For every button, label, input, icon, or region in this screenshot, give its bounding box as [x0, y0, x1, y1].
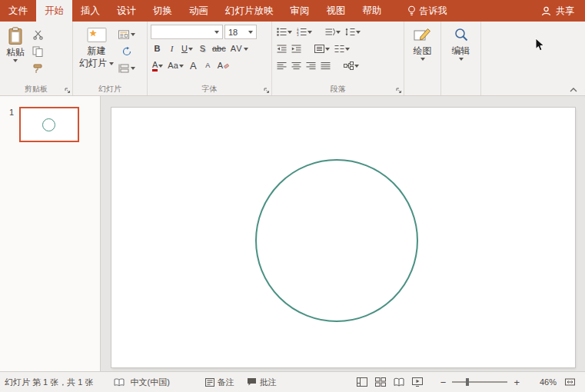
bullets-button[interactable]	[275, 25, 294, 39]
justify-icon	[321, 61, 331, 70]
slideshow-view-button[interactable]	[408, 377, 427, 387]
increase-font-label: A	[190, 61, 197, 71]
share-button[interactable]: 共享	[530, 0, 585, 22]
font-dialog-launcher[interactable]	[264, 88, 270, 94]
zoom-slider[interactable]	[452, 381, 507, 383]
circle-shape[interactable]	[255, 159, 418, 322]
editing-button[interactable]: 编辑	[444, 25, 477, 61]
font-size-value: 18	[228, 28, 238, 37]
paragraph-group-label: 段落	[272, 84, 404, 95]
reset-slide-button[interactable]	[118, 45, 135, 58]
slide-editing-area	[101, 96, 585, 371]
align-left-button[interactable]	[275, 58, 288, 73]
tab-animations[interactable]: 动画	[181, 0, 217, 22]
tab-slideshow[interactable]: 幻灯片放映	[217, 0, 282, 22]
lightbulb-icon	[407, 5, 416, 16]
increase-indent-button[interactable]	[290, 42, 303, 56]
text-shadow-button[interactable]: S	[196, 42, 209, 56]
fit-window-icon	[565, 377, 575, 387]
drawing-label: 绘图	[414, 45, 432, 56]
tab-insert[interactable]: 插入	[72, 0, 108, 22]
shadow-label: S	[200, 45, 205, 53]
tab-design[interactable]: 设计	[108, 0, 145, 22]
collapse-ribbon-button[interactable]	[570, 88, 577, 92]
strikethrough-button[interactable]: abc	[211, 42, 228, 56]
collapse-ribbon-icon	[570, 88, 577, 92]
person-icon	[541, 6, 551, 16]
format-painter-button[interactable]	[29, 61, 46, 75]
paste-button[interactable]: 粘贴	[3, 25, 28, 62]
slide-sorter-view-button[interactable]	[371, 377, 390, 387]
strikethrough-label: abc	[212, 45, 226, 53]
tab-help[interactable]: 帮助	[354, 0, 391, 22]
proofing-button[interactable]	[114, 378, 125, 387]
align-right-button[interactable]	[304, 58, 317, 73]
tab-file[interactable]: 文件	[0, 0, 36, 22]
language-indicator[interactable]: 中文(中国)	[131, 377, 170, 388]
line-spacing-button[interactable]	[344, 25, 362, 39]
copy-icon	[32, 46, 43, 57]
zoom-in-button[interactable]: +	[510, 377, 523, 388]
text-direction-button[interactable]	[324, 25, 342, 39]
zoom-slider-thumb[interactable]	[466, 378, 469, 386]
numbering-button[interactable]: 123	[295, 25, 314, 39]
caret-down-icon	[188, 48, 193, 51]
paragraph-dialog-launcher[interactable]	[396, 88, 402, 94]
smartart-button[interactable]	[342, 58, 361, 73]
slides-group: 新建 幻灯片	[73, 22, 148, 95]
section-icon	[118, 64, 129, 73]
decrease-indent-button[interactable]	[275, 42, 288, 56]
decrease-font-button[interactable]: A	[201, 58, 214, 73]
slide-thumbnail-1[interactable]	[19, 107, 79, 142]
align-center-button[interactable]	[290, 58, 303, 73]
tab-view[interactable]: 视图	[318, 0, 354, 22]
increase-font-button[interactable]: A	[187, 58, 200, 73]
reading-view-button[interactable]	[390, 377, 408, 387]
zoom-out-button[interactable]: −	[437, 377, 450, 388]
normal-view-button[interactable]	[353, 377, 371, 387]
font-name-select[interactable]	[151, 25, 223, 39]
copy-button[interactable]	[29, 45, 46, 58]
slide-thumbnail-panel: 1	[0, 96, 101, 371]
tab-transitions[interactable]: 切换	[145, 0, 181, 22]
drawing-button[interactable]: 绘图	[407, 25, 437, 61]
caret-down-icon	[248, 31, 253, 34]
font-size-select[interactable]: 18	[224, 25, 257, 39]
fit-to-window-button[interactable]	[561, 377, 579, 387]
proofing-icon	[114, 378, 125, 387]
zoom-level[interactable]: 46%	[529, 377, 557, 387]
columns-button[interactable]	[333, 42, 351, 56]
italic-button[interactable]: I	[165, 42, 178, 56]
tell-me-label: 告诉我	[420, 5, 447, 18]
clipboard-group: 粘贴 剪贴板	[0, 22, 73, 95]
slide-sorter-icon	[375, 377, 386, 387]
notes-toggle[interactable]: 备注	[205, 377, 234, 388]
comments-toggle[interactable]: 批注	[247, 377, 277, 388]
section-button[interactable]	[118, 61, 135, 75]
reading-view-icon	[394, 377, 404, 387]
scissors-icon	[33, 30, 43, 40]
clear-formatting-button[interactable]: A	[216, 58, 231, 73]
tab-home[interactable]: 开始	[36, 0, 72, 22]
clipboard-dialog-launcher[interactable]	[65, 88, 71, 94]
caret-down-icon	[356, 31, 361, 34]
font-color-button[interactable]: A	[151, 58, 165, 73]
align-text-icon	[314, 45, 324, 53]
align-text-button[interactable]	[313, 42, 331, 56]
font-group: 18 B I U S abc AV A Aa A A A 字体	[148, 22, 272, 95]
thumbnail-circle-shape	[42, 118, 55, 131]
change-case-button[interactable]: Aa	[166, 58, 184, 73]
new-slide-button[interactable]: 新建 幻灯片	[76, 25, 117, 69]
caret-down-icon	[109, 62, 114, 65]
justify-button[interactable]	[319, 58, 332, 73]
slide-canvas[interactable]	[111, 108, 575, 367]
bold-button[interactable]: B	[151, 42, 164, 56]
tell-me-button[interactable]: 告诉我	[400, 0, 455, 22]
dialog-launcher-icon	[264, 88, 270, 94]
layout-button[interactable]	[118, 28, 135, 42]
character-spacing-button[interactable]: AV	[229, 42, 250, 56]
cut-button[interactable]	[29, 28, 46, 42]
underline-button[interactable]: U	[180, 42, 194, 56]
tab-review[interactable]: 审阅	[282, 0, 318, 22]
powerpoint-window: 文件 开始 插入 设计 切换 动画 幻灯片放映 审阅 视图 帮助 告诉我 共享 …	[0, 0, 585, 392]
